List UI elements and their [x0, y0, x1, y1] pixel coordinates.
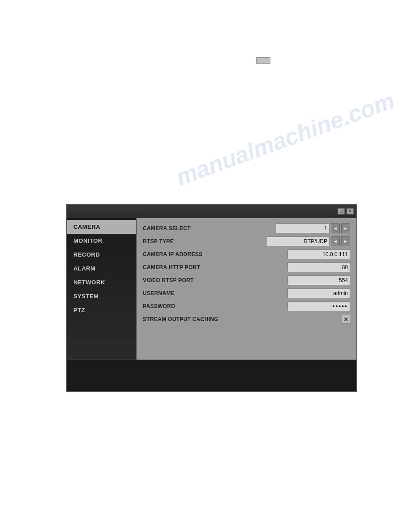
- camera-select-row: CAMERA SELECT ◄ ►: [143, 223, 350, 234]
- password-label: PASSWORD: [143, 303, 287, 309]
- camera-select-next-button[interactable]: ►: [341, 223, 350, 233]
- stream-cache-checkbox[interactable]: ✕: [341, 315, 350, 324]
- camera-select-label: CAMERA SELECT: [143, 225, 276, 232]
- camera-select-input[interactable]: [276, 223, 330, 233]
- password-value: [287, 301, 350, 311]
- password-row: PASSWORD: [143, 300, 350, 312]
- stream-cache-label: STREAM OUTPUT CACHING: [143, 316, 341, 322]
- username-value: [287, 288, 350, 298]
- camera-select-value: ◄ ►: [276, 223, 350, 233]
- sidebar-item-system[interactable]: SYSTEM: [67, 289, 136, 303]
- camera-ip-row: CAMERA IP ADDRESS: [143, 249, 350, 260]
- sidebar-item-monitor[interactable]: MONITOR: [67, 234, 136, 248]
- title-bar: □ ✕: [67, 205, 356, 218]
- stream-cache-value: ✕: [341, 315, 350, 324]
- main-panel: CAMERA SELECT ◄ ► RTSP TYPE ◄ ► CAMERA I…: [137, 218, 356, 360]
- dialog-content: CAMERA MONITOR RECORD ALARM NETWORK SYST…: [67, 218, 356, 360]
- camera-ip-input[interactable]: [287, 249, 350, 259]
- sidebar-item-camera[interactable]: CAMERA: [67, 220, 136, 234]
- bottom-bar: [67, 360, 356, 391]
- watermark: manualmachine.com: [172, 87, 398, 191]
- rtsp-type-value: ◄ ►: [267, 236, 350, 246]
- username-label: USERNAME: [143, 290, 287, 296]
- rtsp-type-row: RTSP TYPE ◄ ►: [143, 236, 350, 247]
- camera-http-port-row: CAMERA HTTP PORT: [143, 262, 350, 273]
- video-rtsp-port-value: [287, 275, 350, 285]
- video-rtsp-port-input[interactable]: [287, 275, 350, 285]
- sidebar-item-alarm[interactable]: ALARM: [67, 262, 136, 275]
- password-input[interactable]: [287, 301, 350, 311]
- rtsp-type-input[interactable]: [267, 236, 330, 246]
- camera-http-port-input[interactable]: [287, 262, 350, 272]
- sidebar-item-ptz[interactable]: PTZ: [67, 303, 136, 317]
- rtsp-type-label: RTSP TYPE: [143, 238, 267, 245]
- close-button[interactable]: ✕: [347, 208, 354, 215]
- username-input[interactable]: [287, 288, 350, 298]
- camera-http-port-value: [287, 262, 350, 272]
- username-row: USERNAME: [143, 287, 350, 299]
- dialog-window: □ ✕ CAMERA MONITOR RECORD ALARM NETWORK …: [66, 204, 357, 392]
- camera-ip-value: [287, 249, 350, 259]
- stream-cache-row: STREAM OUTPUT CACHING ✕: [143, 313, 350, 325]
- video-rtsp-port-label: VIDEO RTSP PORT: [143, 277, 287, 283]
- sidebar-item-network[interactable]: NETWORK: [67, 275, 136, 289]
- rtsp-type-prev-button[interactable]: ◄: [331, 236, 340, 246]
- rtsp-type-next-button[interactable]: ►: [341, 236, 350, 246]
- restore-button[interactable]: □: [338, 208, 345, 215]
- camera-http-port-label: CAMERA HTTP PORT: [143, 264, 287, 270]
- sidebar-item-record[interactable]: RECORD: [67, 248, 136, 262]
- title-bar-buttons: □ ✕: [338, 208, 354, 215]
- top-minimize-button[interactable]: [256, 57, 270, 64]
- camera-ip-label: CAMERA IP ADDRESS: [143, 251, 287, 257]
- sidebar: CAMERA MONITOR RECORD ALARM NETWORK SYST…: [67, 218, 137, 360]
- video-rtsp-port-row: VIDEO RTSP PORT: [143, 275, 350, 286]
- camera-select-prev-button[interactable]: ◄: [331, 223, 340, 233]
